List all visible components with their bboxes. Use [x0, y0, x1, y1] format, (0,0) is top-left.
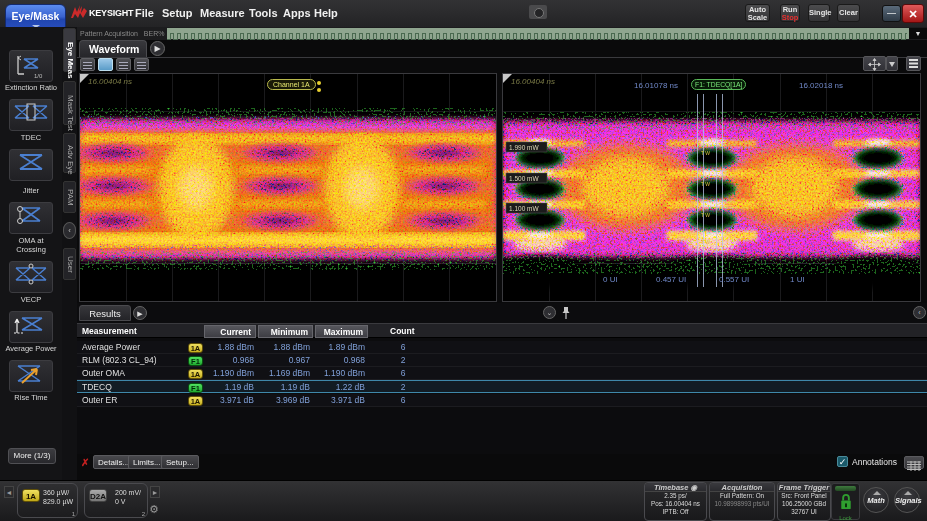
svg-text:T W: T W — [701, 181, 710, 187]
svg-text:1.100 mW: 1.100 mW — [509, 205, 539, 212]
svg-text:T W: T W — [701, 239, 710, 245]
svg-text:1.500 mW: 1.500 mW — [509, 175, 539, 182]
svg-text:T W: T W — [701, 150, 710, 156]
svg-text:1/0: 1/0 — [34, 73, 43, 79]
svg-text:1.990 mW: 1.990 mW — [509, 144, 539, 151]
svg-text:T W: T W — [701, 212, 710, 218]
